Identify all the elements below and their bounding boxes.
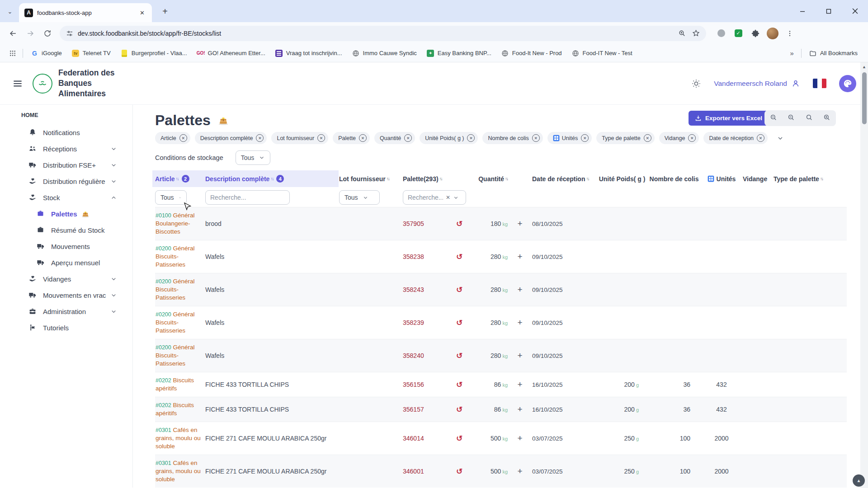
add-icon[interactable]: +	[510, 466, 529, 476]
close-button[interactable]	[842, 0, 868, 22]
magnifier-minus-icon[interactable]	[769, 113, 778, 123]
history-icon[interactable]: ↺	[451, 219, 468, 229]
palette-search-input[interactable]	[408, 194, 443, 201]
add-icon[interactable]: +	[510, 351, 529, 361]
magnifier-icon[interactable]	[805, 113, 813, 123]
table-row[interactable]: #0301 Cafés en grains, moulu ou soluble …	[155, 422, 847, 455]
user-menu[interactable]: Vandermeersch Roland	[714, 79, 800, 88]
chip-remove-icon[interactable]: ✕	[757, 134, 764, 142]
table-row[interactable]: #0202 Biscuits apéritifs FICHE 433 TORTI…	[155, 372, 847, 397]
chevron-down-icon[interactable]	[453, 195, 459, 201]
back-icon[interactable]	[6, 26, 20, 41]
table-row[interactable]: #0200 Général Biscuits-Patisseries Wafel…	[155, 240, 847, 273]
add-icon[interactable]: +	[510, 318, 529, 328]
column-header[interactable]: Unité Poids( g ) ↑↓	[599, 175, 645, 183]
scroll-fab[interactable]: ▲	[853, 474, 865, 487]
history-icon[interactable]: ↺	[451, 318, 468, 328]
magnifier-minus-icon[interactable]	[787, 113, 795, 123]
forward-icon[interactable]	[23, 26, 38, 41]
chip-remove-icon[interactable]: ✕	[317, 134, 325, 142]
sort-icon[interactable]: ↑↓	[439, 176, 442, 181]
filter-chip[interactable]: Quantité ✕	[374, 132, 415, 144]
maximize-button[interactable]	[816, 0, 842, 22]
history-icon[interactable]: ↺	[451, 434, 468, 443]
magnifier-plus-icon[interactable]	[823, 113, 831, 123]
chevron-icon[interactable]	[110, 308, 117, 315]
theme-palette-button[interactable]	[839, 75, 856, 92]
filter-chip[interactable]: Vidange ✕	[659, 132, 699, 144]
filter-chip[interactable]: Description complète ✕	[195, 132, 267, 144]
table-row[interactable]: #0200 Général Biscuits-Patisseries Wafel…	[155, 273, 847, 306]
bookmark-star-icon[interactable]	[692, 29, 700, 37]
storage-conditions-select[interactable]: Tous	[236, 150, 271, 165]
add-icon[interactable]: +	[510, 252, 529, 262]
export-excel-button[interactable]: Exporter vers Excel	[689, 111, 769, 126]
bookmark-item[interactable]: ✦ Easy Banking BNP...	[422, 49, 496, 57]
bookmark-item[interactable]: Immo Cauwe Syndic	[347, 49, 422, 57]
column-header[interactable]: Unités ↑↓	[703, 175, 740, 183]
sort-icon[interactable]: ↑↓	[270, 176, 273, 181]
bookmark-item[interactable]: Vraag tot inschrijvin...	[270, 49, 347, 57]
apps-grid-icon[interactable]	[5, 46, 20, 61]
palette-number[interactable]: 356157	[403, 406, 448, 413]
tab-close-icon[interactable]: ✕	[138, 9, 146, 17]
table-row[interactable]: #0301 Cafés en grains, moulu ou soluble …	[155, 455, 847, 488]
chip-remove-icon[interactable]: ✕	[532, 134, 540, 142]
history-icon[interactable]: ↺	[451, 351, 468, 361]
history-icon[interactable]: ↺	[451, 405, 468, 414]
bookmark-item[interactable]: Food-It New - Prod	[496, 49, 567, 57]
bookmark-item[interactable]: GO! GO! Atheneum Etter...	[192, 49, 270, 57]
filter-chip[interactable]: Palette ✕	[333, 132, 370, 144]
filter-chip[interactable]: Nombre de colis ✕	[482, 132, 542, 144]
column-header[interactable]: Vidange ↑↓	[743, 175, 771, 183]
chip-remove-icon[interactable]: ✕	[467, 134, 475, 142]
palette-number[interactable]: 346001	[403, 468, 448, 475]
sidebar-item[interactable]: Aperçu mensuel	[0, 254, 132, 271]
article-cell[interactable]: #0301 Cafés en grains, moulu ou soluble	[155, 459, 203, 483]
chevron-icon[interactable]	[110, 162, 117, 169]
sort-icon[interactable]: ↑↓	[505, 176, 508, 181]
article-cell[interactable]: #0202 Biscuits apéritifs	[155, 401, 203, 418]
sidebar-item[interactable]: Vidanges	[0, 271, 132, 287]
palette-number[interactable]: 356156	[403, 381, 448, 388]
sidebar-item[interactable]: Mouvements	[0, 238, 132, 254]
chevron-icon[interactable]	[110, 145, 117, 152]
chips-more-chevron-icon[interactable]	[777, 135, 784, 142]
extension-icon[interactable]	[714, 29, 728, 37]
column-header[interactable]: Nombre de colis ↑↓	[648, 175, 700, 183]
palette-number[interactable]: 357905	[403, 220, 448, 227]
column-header[interactable]: Date de réception ↑↓	[532, 175, 596, 183]
add-icon[interactable]: +	[510, 219, 529, 229]
column-header[interactable]: Article ↑↓ 2	[155, 175, 203, 183]
sidebar-item[interactable]: Distribution FSE+	[0, 157, 132, 173]
article-cell[interactable]: #0200 Général Biscuits-Patisseries	[155, 277, 203, 302]
clear-icon[interactable]: ✕	[446, 194, 450, 201]
site-settings-icon[interactable]	[66, 30, 73, 37]
add-icon[interactable]: +	[510, 380, 529, 389]
address-bar[interactable]: dev.stock.foodbanksit.be/stock/app/fr-BE…	[60, 26, 706, 41]
sidebar-item[interactable]: Palettes	[0, 206, 132, 222]
chevron-icon[interactable]	[110, 292, 117, 299]
column-header[interactable]: Description complète ↑↓ 4	[205, 175, 336, 183]
chip-remove-icon[interactable]: ✕	[404, 134, 412, 142]
scrollbar-thumb[interactable]	[862, 72, 867, 124]
profile-avatar[interactable]	[766, 28, 779, 39]
filter-chip[interactable]: Type de palette ✕	[596, 132, 654, 144]
description-search-input[interactable]	[205, 190, 290, 205]
adblock-check-icon[interactable]: ✓	[731, 29, 745, 37]
article-cell[interactable]: #0202 Biscuits apéritifs	[155, 376, 203, 393]
palette-number[interactable]: 358243	[403, 286, 448, 293]
article-cell[interactable]: #0200 Général Biscuits-Patisseries	[155, 244, 203, 269]
table-row[interactable]: #0202 Biscuits apéritifs FICHE 433 TORTI…	[155, 397, 847, 422]
url-text[interactable]: dev.stock.foodbanksit.be/stock/app/fr-BE…	[78, 30, 672, 37]
bookmark-item[interactable]: G iGoogle	[26, 49, 67, 57]
column-header[interactable]: Type de palette ↑↓	[774, 175, 841, 183]
sidebar-item[interactable]: Administration	[0, 303, 132, 319]
article-cell[interactable]: #0100 Général Boulangerie-Biscottes	[155, 211, 203, 236]
palette-number[interactable]: 358240	[403, 352, 448, 359]
table-row[interactable]: #0200 Général Biscuits-Patisseries Wafel…	[155, 306, 847, 339]
article-cell[interactable]: #0301 Cafés en grains, moulu ou soluble	[155, 426, 203, 450]
add-icon[interactable]: +	[510, 404, 529, 414]
filter-chip[interactable]: Unités ✕	[547, 132, 592, 144]
theme-toggle-sun-icon[interactable]	[691, 79, 701, 89]
